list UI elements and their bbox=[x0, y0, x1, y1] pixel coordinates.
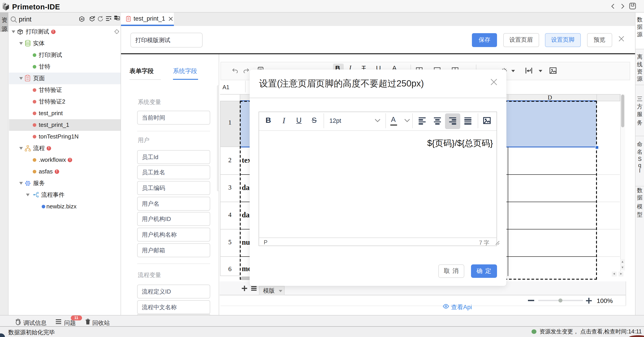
svg-text:En: En bbox=[114, 16, 117, 19]
svg-text:AI: AI bbox=[81, 18, 83, 20]
